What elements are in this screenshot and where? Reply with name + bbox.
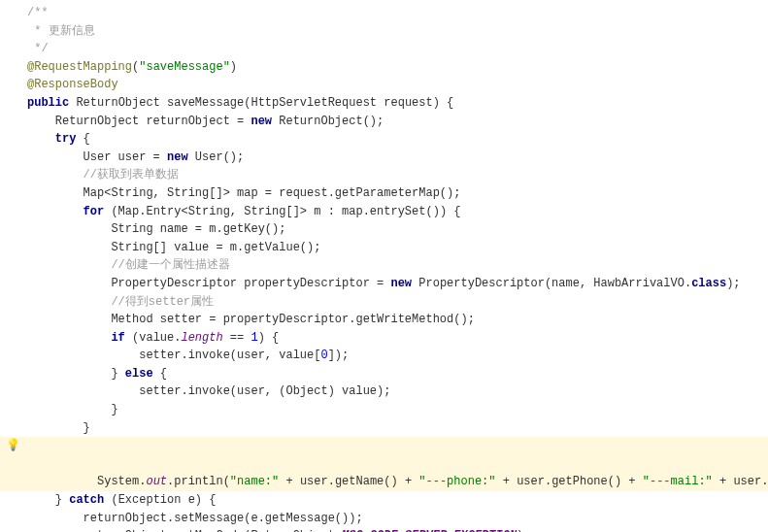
code-line[interactable]: */ — [0, 40, 768, 58]
code-line[interactable]: @RequestMapping("saveMessage") — [0, 58, 768, 77]
field-out: out — [146, 475, 167, 488]
code-line-highlighted[interactable]: 💡 System.out.println("name:" + user.getN… — [0, 437, 768, 491]
code-line[interactable]: Method setter = propertyDescriptor.getWr… — [0, 311, 768, 329]
code-line[interactable]: //创建一个属性描述器 — [0, 256, 768, 275]
code-line[interactable]: @ResponseBody — [0, 76, 768, 94]
code-line[interactable]: setter.invoke(user, value[0]); — [0, 347, 768, 365]
comment: * 更新信息 — [27, 24, 95, 38]
number-literal: 1 — [250, 331, 257, 345]
keyword-public: public — [27, 96, 69, 110]
code-line[interactable]: User user = new User(); — [0, 149, 768, 167]
code-line[interactable]: //得到setter属性 — [0, 293, 768, 312]
keyword-for: for — [27, 205, 104, 218]
code-line[interactable]: PropertyDescriptor propertyDescriptor = … — [0, 275, 768, 293]
keyword-else: else — [125, 367, 153, 381]
code-line[interactable]: try { — [0, 130, 768, 149]
annotation: @ResponseBody — [27, 78, 118, 91]
code-line[interactable]: } — [0, 401, 768, 419]
comment: //获取到表单数据 — [27, 168, 179, 182]
bulb-icon[interactable]: 💡 — [6, 439, 19, 452]
code-line[interactable]: setter.invoke(user, (Object) value); — [0, 382, 768, 401]
comment: 属性 — [190, 295, 214, 309]
keyword-new: new — [390, 277, 412, 290]
code-line[interactable]: String name = m.getKey(); — [0, 220, 768, 239]
field-length: length — [181, 331, 222, 345]
code-line[interactable]: } catch (Exception e) { — [0, 491, 768, 510]
string-literal: "name:" — [230, 475, 279, 488]
keyword-if: if — [27, 331, 125, 345]
code-line[interactable]: ReturnObject returnObject = new ReturnOb… — [0, 113, 768, 131]
code-line[interactable]: public ReturnObject saveMessage(HttpServ… — [0, 94, 768, 113]
code-line[interactable]: if (value.length == 1) { — [0, 329, 768, 348]
code-line[interactable]: } — [0, 419, 768, 438]
code-line[interactable]: returnObject.setMsgCode(ReturnObject.MSG… — [0, 527, 768, 532]
comment: */ — [27, 42, 49, 55]
code-line[interactable]: for (Map.Entry<String, String[]> m : map… — [0, 203, 768, 221]
keyword-new: new — [167, 150, 188, 164]
code-line[interactable]: String[] value = m.getValue(); — [0, 239, 768, 257]
keyword-try: try — [27, 132, 76, 146]
number-literal: 0 — [320, 349, 327, 362]
code-line[interactable]: returnObject.setMessage(e.getMessage()); — [0, 510, 768, 528]
string-literal: "---mail:" — [643, 475, 713, 488]
comment: setter — [149, 295, 190, 309]
string-literal: "---phone:" — [418, 475, 495, 488]
comment: //创建一个属性描述器 — [27, 258, 230, 272]
keyword-class: class — [691, 277, 726, 290]
code-line[interactable]: } else { — [0, 365, 768, 383]
string-literal: "saveMessage" — [139, 60, 230, 74]
code-line[interactable]: /** — [0, 4, 768, 22]
keyword-catch: catch — [69, 493, 104, 507]
comment: /** — [27, 6, 49, 19]
annotation: @RequestMapping — [27, 60, 132, 74]
comment: //得到 — [27, 295, 149, 309]
code-line[interactable]: //获取到表单数据 — [0, 166, 768, 184]
keyword-new: new — [250, 115, 272, 128]
code-line[interactable]: * 更新信息 — [0, 22, 768, 41]
code-editor[interactable]: /** * 更新信息 */ @RequestMapping("saveMessa… — [0, 0, 768, 532]
code-line[interactable]: Map<String, String[]> map = request.getP… — [0, 184, 768, 203]
